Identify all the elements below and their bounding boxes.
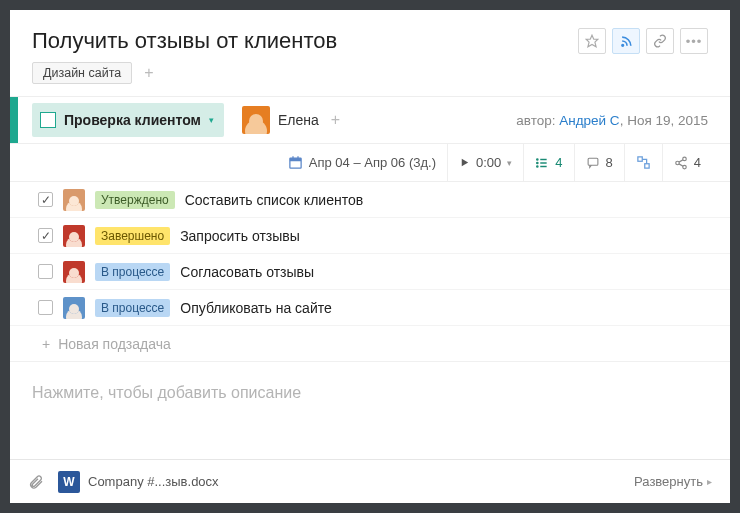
assignees: Елена + xyxy=(242,106,344,134)
svg-line-20 xyxy=(679,163,683,165)
rss-button[interactable] xyxy=(612,28,640,54)
comment-count[interactable]: 8 xyxy=(574,144,624,181)
subtask-title: Согласовать отзывы xyxy=(180,264,314,280)
new-subtask-label: Новая подзадача xyxy=(58,336,171,352)
tags-row: Дизайн сайта + xyxy=(10,62,730,96)
subtask-row[interactable]: ЗавершеноЗапросить отзывы xyxy=(10,218,730,254)
subtask-row[interactable]: В процессеСогласовать отзывы xyxy=(10,254,730,290)
subtask-title: Составить список клиентов xyxy=(185,192,363,208)
add-assignee-button[interactable]: + xyxy=(327,111,344,129)
svg-point-18 xyxy=(683,165,687,169)
expand-label: Развернуть xyxy=(634,474,703,489)
status-color-bar xyxy=(10,97,18,143)
subtask-checkbox[interactable] xyxy=(38,228,53,243)
svg-marker-0 xyxy=(586,35,598,47)
attachment-name: Company #...зыв.docx xyxy=(88,474,219,489)
play-icon xyxy=(459,157,470,168)
header-actions: ••• xyxy=(578,28,708,54)
subtask-count[interactable]: 4 xyxy=(523,144,573,181)
date-range[interactable]: Апр 04 – Апр 06 (3д.) xyxy=(277,144,447,181)
attach-button[interactable] xyxy=(28,473,44,491)
comment-count-value: 8 xyxy=(606,155,613,170)
author-prefix: автор: xyxy=(516,113,559,128)
expand-button[interactable]: Развернуть ▸ xyxy=(634,474,712,489)
star-icon xyxy=(585,34,599,48)
caret-down-icon: ▾ xyxy=(209,115,214,125)
task-panel: Получить отзывы от клиентов ••• Дизайн с… xyxy=(10,10,730,503)
author-date: , Ноя 19, 2015 xyxy=(620,113,708,128)
status-dropdown[interactable]: Проверка клиентом ▾ xyxy=(32,103,224,137)
add-tag-button[interactable]: + xyxy=(140,64,157,82)
subtask-status-badge: Утверждено xyxy=(95,191,175,209)
svg-marker-6 xyxy=(462,159,468,166)
link-button[interactable] xyxy=(646,28,674,54)
timer-value: 0:00 xyxy=(476,155,501,170)
svg-rect-14 xyxy=(638,157,642,161)
subtask-status-badge: В процессе xyxy=(95,263,170,281)
svg-line-19 xyxy=(679,159,683,161)
svg-point-16 xyxy=(683,157,687,161)
svg-point-1 xyxy=(621,44,623,46)
chevron-right-icon: ▸ xyxy=(707,476,712,487)
share-icon xyxy=(674,156,688,170)
footer: W Company #...зыв.docx Развернуть ▸ xyxy=(10,459,730,503)
share-count-value: 4 xyxy=(694,155,701,170)
task-title[interactable]: Получить отзывы от клиентов xyxy=(32,28,337,54)
status-row: Проверка клиентом ▾ Елена + автор: Андре… xyxy=(10,96,730,144)
link-icon xyxy=(653,34,667,48)
description-placeholder: Нажмите, чтобы добавить описание xyxy=(32,384,301,401)
subtask-avatar[interactable] xyxy=(63,189,85,211)
star-button[interactable] xyxy=(578,28,606,54)
more-icon: ••• xyxy=(686,34,703,49)
svg-point-11 xyxy=(537,162,538,163)
subtask-checkbox[interactable] xyxy=(38,300,53,315)
status-checkbox-icon xyxy=(40,112,56,128)
subtask-avatar[interactable] xyxy=(63,261,85,283)
list-icon xyxy=(535,156,549,170)
word-file-icon: W xyxy=(58,471,80,493)
assignee-avatar[interactable] xyxy=(242,106,270,134)
timer[interactable]: 0:00 ▾ xyxy=(447,144,523,181)
subtask-row[interactable]: В процессеОпубликовать на сайте xyxy=(10,290,730,326)
author-link[interactable]: Андрей С xyxy=(559,113,619,128)
dependency-button[interactable] xyxy=(624,144,662,181)
svg-point-17 xyxy=(676,161,680,165)
subtask-status-badge: В процессе xyxy=(95,299,170,317)
meta-row: Апр 04 – Апр 06 (3д.) 0:00 ▾ 4 8 4 xyxy=(10,144,730,182)
svg-rect-3 xyxy=(290,158,301,161)
paperclip-icon xyxy=(28,473,44,491)
rss-icon xyxy=(620,35,633,48)
task-header: Получить отзывы от клиентов ••• xyxy=(10,10,730,62)
subtask-avatar[interactable] xyxy=(63,225,85,247)
svg-rect-13 xyxy=(588,158,598,165)
subtask-checkbox[interactable] xyxy=(38,192,53,207)
svg-point-12 xyxy=(537,165,538,166)
tag-item[interactable]: Дизайн сайта xyxy=(32,62,132,84)
author-info: автор: Андрей С, Ноя 19, 2015 xyxy=(516,113,730,128)
comment-icon xyxy=(586,156,600,169)
date-range-text: Апр 04 – Апр 06 (3д.) xyxy=(309,155,436,170)
svg-point-10 xyxy=(537,158,538,159)
subtask-title: Опубликовать на сайте xyxy=(180,300,331,316)
subtask-avatar[interactable] xyxy=(63,297,85,319)
subtask-count-value: 4 xyxy=(555,155,562,170)
share-count[interactable]: 4 xyxy=(662,144,712,181)
plus-icon: + xyxy=(42,336,50,352)
subtask-row[interactable]: УтвержденоСоставить список клиентов xyxy=(10,182,730,218)
subtask-checkbox[interactable] xyxy=(38,264,53,279)
subtask-status-badge: Завершено xyxy=(95,227,170,245)
calendar-icon xyxy=(288,155,303,170)
new-subtask-button[interactable]: + Новая подзадача xyxy=(10,326,730,362)
assignee-name[interactable]: Елена xyxy=(278,112,319,128)
svg-rect-15 xyxy=(645,164,649,168)
status-label: Проверка клиентом xyxy=(64,112,201,128)
chevron-down-icon: ▾ xyxy=(507,158,512,168)
description-input[interactable]: Нажмите, чтобы добавить описание xyxy=(10,362,730,459)
more-button[interactable]: ••• xyxy=(680,28,708,54)
subtask-title: Запросить отзывы xyxy=(180,228,300,244)
subtask-list: УтвержденоСоставить список клиентовЗавер… xyxy=(10,182,730,326)
dependency-icon xyxy=(636,155,651,170)
attachment-chip[interactable]: W Company #...зыв.docx xyxy=(58,471,219,493)
